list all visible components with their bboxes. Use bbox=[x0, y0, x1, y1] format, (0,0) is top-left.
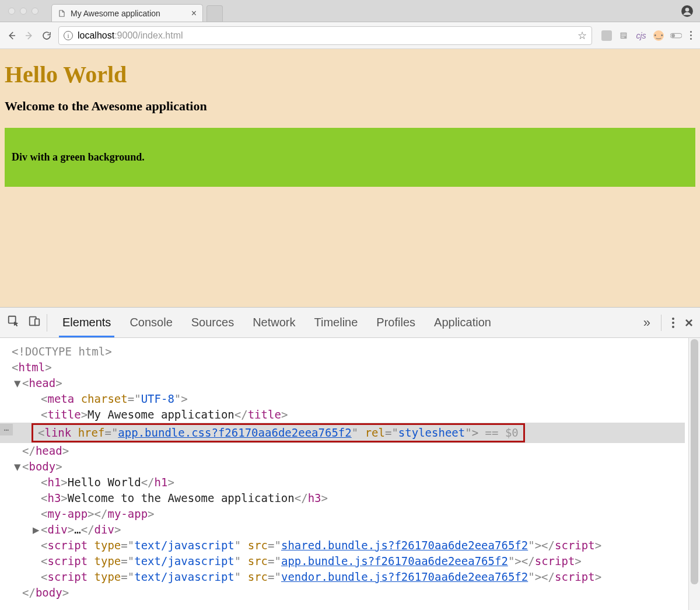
close-window-button[interactable] bbox=[8, 8, 15, 15]
extension-face-icon[interactable]: •‿• bbox=[653, 30, 664, 41]
dom-head-close[interactable]: </head> bbox=[8, 443, 696, 459]
dom-h1[interactable]: <h1>Hello World</h1> bbox=[8, 475, 696, 490]
dom-title[interactable]: <title>My Awesome application</title> bbox=[8, 407, 696, 423]
file-icon bbox=[58, 9, 66, 18]
devtools-tab-timeline[interactable]: Timeline bbox=[311, 308, 362, 337]
tab-title: My Awesome application bbox=[71, 9, 160, 18]
svg-point-1 bbox=[685, 8, 690, 12]
dom-my-app[interactable]: <my-app></my-app> bbox=[8, 506, 696, 522]
browser-menu-button[interactable] bbox=[688, 31, 694, 40]
devtools-tab-console[interactable]: Console bbox=[126, 308, 176, 337]
svg-rect-5 bbox=[621, 37, 624, 37]
dom-script-2[interactable]: <script type="text/javascript" src="app.… bbox=[8, 553, 696, 569]
tab-strip: My Awesome application × bbox=[51, 0, 223, 22]
device-toolbar-icon[interactable] bbox=[28, 315, 41, 330]
new-tab-button[interactable] bbox=[206, 5, 223, 22]
separator bbox=[661, 315, 662, 331]
dom-body-close[interactable]: </body> bbox=[8, 585, 696, 601]
page-h3: Welcome to the Awesome application bbox=[5, 99, 695, 114]
browser-titlebar: My Awesome application × bbox=[0, 0, 700, 22]
url-text: localhost:9000/index.html bbox=[78, 30, 183, 41]
page-h1: Hello World bbox=[5, 61, 695, 88]
extension-area: cjs •‿• bbox=[598, 30, 694, 41]
profile-icon[interactable] bbox=[681, 5, 693, 17]
devtools-tab-application[interactable]: Application bbox=[430, 308, 495, 337]
devtools-close-icon[interactable]: × bbox=[685, 315, 693, 331]
devtools-tab-overflow-icon[interactable]: » bbox=[643, 315, 650, 330]
dom-div-collapsed[interactable]: ▶<div>…</div> bbox=[8, 522, 696, 538]
back-button[interactable] bbox=[6, 30, 18, 41]
tab-close-icon[interactable]: × bbox=[191, 9, 197, 18]
green-box: Div with a green background. bbox=[5, 128, 695, 187]
rendered-page: Hello World Welcome to the Awesome appli… bbox=[0, 49, 700, 307]
devtools-tab-network[interactable]: Network bbox=[249, 308, 299, 337]
devtools-tab-sources[interactable]: Sources bbox=[188, 308, 237, 337]
devtools-tabbar: Elements Console Sources Network Timelin… bbox=[0, 308, 700, 338]
dom-h3[interactable]: <h3>Welcome to the Awesome application</… bbox=[8, 490, 696, 506]
svg-rect-3 bbox=[621, 33, 626, 34]
devtools-panel: Elements Console Sources Network Timelin… bbox=[0, 307, 700, 610]
row-actions-icon[interactable]: ⋯ bbox=[0, 424, 13, 435]
bookmark-star-icon[interactable]: ☆ bbox=[578, 29, 587, 42]
browser-tab-active[interactable]: My Awesome application × bbox=[51, 4, 203, 22]
maximize-window-button[interactable] bbox=[32, 8, 38, 15]
dom-head-open[interactable]: ▼<head> bbox=[8, 375, 696, 391]
window-controls bbox=[0, 8, 47, 15]
svg-rect-10 bbox=[35, 319, 39, 325]
forward-button[interactable] bbox=[23, 30, 35, 41]
devtools-tab-elements[interactable]: Elements bbox=[59, 308, 114, 337]
address-bar[interactable]: i localhost:9000/index.html ☆ bbox=[58, 26, 592, 45]
scrollbar-thumb[interactable] bbox=[691, 339, 698, 584]
dom-script-3[interactable]: <script type="text/javascript" src="vend… bbox=[8, 569, 696, 585]
green-box-text: Div with a green background. bbox=[12, 151, 688, 163]
browser-toolbar: i localhost:9000/index.html ☆ cjs •‿• bbox=[0, 22, 700, 49]
extension-toggle-icon[interactable] bbox=[670, 30, 682, 41]
dom-body-open[interactable]: ▼<body> bbox=[8, 459, 696, 475]
extension-cjs-icon[interactable]: cjs bbox=[635, 30, 647, 41]
devtools-scrollbar[interactable] bbox=[688, 338, 700, 610]
dom-meta[interactable]: <meta charset="UTF-8"> bbox=[8, 391, 696, 407]
extension-page-icon[interactable] bbox=[618, 30, 629, 41]
devtools-menu-icon[interactable] bbox=[672, 318, 674, 328]
dom-script-1[interactable]: <script type="text/javascript" src="shar… bbox=[8, 538, 696, 553]
svg-rect-4 bbox=[621, 35, 626, 36]
highlight-annotation: <link href="app.bundle.css?f26170aa6de2e… bbox=[32, 423, 525, 442]
minimize-window-button[interactable] bbox=[20, 8, 27, 15]
reload-button[interactable] bbox=[41, 30, 52, 41]
svg-point-7 bbox=[671, 33, 675, 37]
inspect-element-icon[interactable] bbox=[7, 315, 20, 330]
dom-doctype[interactable]: <!DOCTYPE html> bbox=[8, 344, 696, 360]
extension-square-icon[interactable] bbox=[601, 30, 612, 41]
site-info-icon[interactable]: i bbox=[64, 31, 73, 40]
dom-selected-row[interactable]: <link href="app.bundle.css?f26170aa6de2e… bbox=[0, 423, 685, 443]
devtools-elements-tree[interactable]: ⋯ <!DOCTYPE html> <html> ▼<head> <meta c… bbox=[0, 338, 700, 610]
dom-html-open[interactable]: <html> bbox=[8, 360, 696, 375]
devtools-tab-profiles[interactable]: Profiles bbox=[373, 308, 419, 337]
